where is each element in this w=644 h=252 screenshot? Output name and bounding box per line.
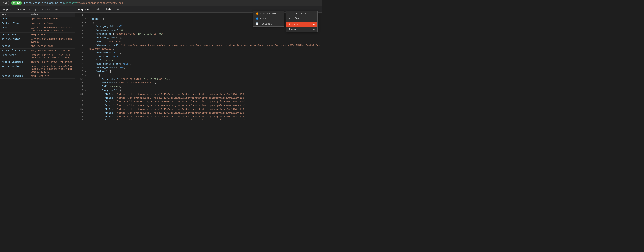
submenu-item-sublime[interactable]: 🔶 Sublime Text (253, 11, 284, 16)
collapse-toggle (85, 25, 88, 28)
url-query: ?days_ago=0&search[category]=all (77, 2, 124, 5)
open-with-button[interactable]: Open with ▶ (286, 22, 317, 27)
line-number: 11 (77, 55, 83, 58)
collapse-toggle (85, 96, 88, 100)
collapse-toggle[interactable]: ▾ (85, 89, 88, 92)
main-context-menu: Tree View ✓ JSON Open with ▶ Export ▶ (286, 11, 318, 32)
request-tab-query[interactable]: Query (29, 8, 36, 11)
json-line: 13 "ios_featured_at": false, (75, 62, 322, 66)
collapse-toggle (85, 66, 88, 70)
main-layout: Request Header Query Cookies Raw Key Val… (0, 6, 322, 120)
collapse-toggle (85, 14, 88, 17)
json-content: "day": "2019-11-09", (88, 40, 320, 44)
json-line: 23 "120px": "https://ph-avatars.imgix.ne… (75, 100, 322, 104)
json-line: 12 "id": 173886, (75, 59, 322, 63)
open-with-arrow: ▶ (313, 23, 314, 26)
request-tab-raw[interactable]: Raw (54, 8, 58, 11)
request-rows: Hostapi.producthunt.comContent-Typeappli… (0, 17, 75, 79)
collapse-toggle (85, 32, 88, 36)
textedit-icon: 📄 (256, 22, 259, 25)
collapse-toggle[interactable]: ▾ (85, 17, 88, 21)
request-tab-header[interactable]: Header (16, 8, 26, 11)
collapse-toggle (85, 100, 88, 103)
json-label: JSON (293, 17, 299, 20)
open-with-submenu: 🔶 Sublime Text 🔷 Code 📄 TextEdit (253, 11, 284, 27)
line-number: 3 (77, 21, 83, 25)
method-badge: GET (2, 1, 9, 5)
collapse-toggle (85, 81, 88, 85)
json-content: "category_id": null, (88, 25, 320, 29)
url-bar: https://api.producthunt.com/v1/posts?day… (24, 2, 320, 5)
line-number: 28 (77, 119, 83, 120)
request-row: If-Modified-SinceSat, 09 Nov 2019 13:24:… (0, 49, 75, 53)
export-button[interactable]: Export ▶ (286, 27, 317, 32)
submenu-item-code[interactable]: 🔷 Code (253, 16, 284, 21)
req-val: application/json (29, 45, 75, 48)
line-number: 19 (77, 85, 83, 88)
json-line: 7 "current_user": {}, (75, 36, 322, 40)
json-line: 24 "132px": "https://ph-avatars.imgix.ne… (75, 104, 322, 107)
request-row: If-None-MatchW/"fc460f61596ac9095f8eb053… (0, 37, 75, 44)
collapse-toggle (85, 77, 88, 81)
request-row: Hostapi.producthunt.com (0, 17, 75, 21)
sublime-label: Sublime Text (260, 12, 278, 15)
menu-item-treeview[interactable]: Tree View (286, 11, 317, 16)
json-lines: 1 {2▾ "posts": [3▾ {4 "category_id": nul… (75, 14, 322, 120)
req-key: Accept-Language (0, 60, 29, 64)
json-line: 8 "day": "2019-11-09", (75, 40, 322, 44)
json-content: "100px": "https://ph-avatars.imgix.net/1… (88, 92, 320, 96)
collapse-toggle[interactable]: ▾ (85, 70, 88, 73)
export-label: Export (289, 28, 298, 31)
collapse-toggle[interactable]: ▾ (85, 21, 88, 25)
url-domain: https://api.producthunt.com (24, 2, 64, 5)
collapse-toggle (85, 85, 88, 88)
line-number: 24 (77, 104, 83, 107)
json-line: 4 "category_id": null, (75, 25, 322, 29)
json-check: ✓ (289, 17, 292, 20)
response-tab-raw[interactable]: Raw (115, 8, 120, 11)
json-line: 17 "created_at": "2019-06-28T00: 01: 45.… (75, 77, 322, 81)
req-val: Product Hunt/1.0.3 (Mac OS X Version 10.… (29, 54, 75, 59)
json-content: "created_at": "2019-11-09T00: 27: 04.268… (88, 32, 320, 36)
collapse-toggle (85, 36, 88, 40)
request-row: Accept-Languageen;q=1, en-VN;q=0.9, vi;q… (0, 60, 75, 65)
line-number: 5 (77, 29, 83, 32)
collapse-toggle (85, 119, 88, 120)
request-title: Request (3, 8, 13, 11)
line-number: 4 (77, 25, 83, 28)
req-key: Host (0, 17, 29, 20)
json-content: "110px": "https://ph-avatars.imgix.net/1… (88, 96, 320, 100)
json-line: 22 "110px": "https://ph-avatars.imgix.ne… (75, 96, 322, 100)
response-tab-header[interactable]: Header (93, 8, 102, 11)
json-content: { (88, 21, 320, 25)
json-content: "current_user": {}, (88, 36, 320, 40)
menu-item-json[interactable]: ✓ JSON (286, 16, 317, 21)
json-content: "132px": "https://ph-avatars.imgix.net/1… (88, 104, 320, 107)
request-tab-cookies[interactable]: Cookies (40, 8, 50, 11)
response-panel-header: Response Header Body Raw (75, 6, 322, 13)
line-number: 8 (77, 40, 83, 43)
json-line: 14 "maker_inside": true, (75, 66, 322, 70)
submenu-item-textedit[interactable]: 📄 TextEdit (253, 21, 284, 27)
collapse-toggle (85, 111, 88, 115)
req-val: keep-alive (29, 33, 75, 36)
json-content: "featured": true, (88, 55, 320, 59)
collapse-toggle (85, 29, 88, 32)
line-number: 1 (77, 14, 83, 17)
json-line: 19 "id": 1944303, (75, 85, 322, 89)
request-row: Acceptapplication/json (0, 44, 75, 49)
json-content: "comments_count": 6, (88, 29, 320, 32)
top-bar: GET OK 200 https://api.producthunt.com/v… (0, 0, 322, 6)
request-row: User-AgentProduct Hunt/1.0.3 (Mac OS X V… (0, 53, 75, 60)
json-line: 18 "headline": "Full Stack Web Developer… (75, 81, 322, 85)
json-line: 27 "176px": "https://ph-avatars.imgix.ne… (75, 115, 322, 119)
line-number: 15 (77, 70, 83, 73)
response-tab-body[interactable]: Body (105, 8, 111, 11)
json-content: "160px": "https://ph-avatars.imgix.net/1… (88, 111, 320, 115)
req-key: Accept-Encoding (0, 75, 29, 78)
req-key: Content-Type (0, 22, 29, 25)
json-line: 28 "220px": "https://ph-avatars.imgix.ne… (75, 119, 322, 120)
collapse-toggle[interactable]: ▾ (85, 74, 88, 77)
json-line: 9 "discussion_url": "https://www.product… (75, 43, 322, 51)
request-table: Key Value Hostapi.producthunt.comContent… (0, 13, 75, 120)
